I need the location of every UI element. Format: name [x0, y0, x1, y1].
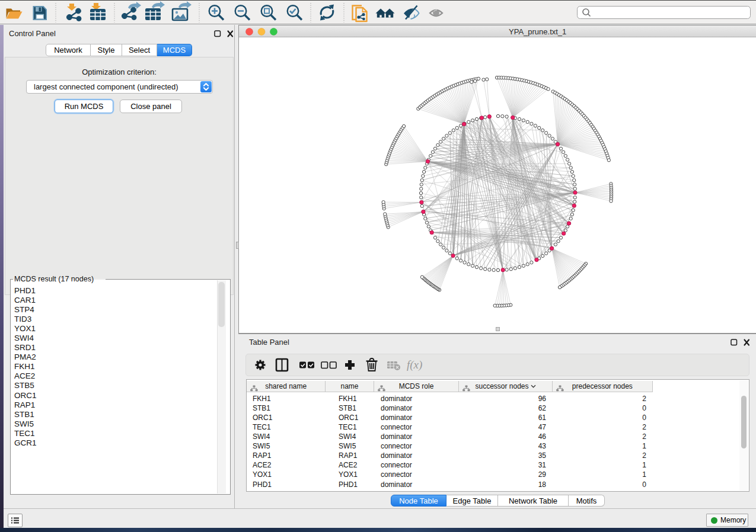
svg-text:f(x): f(x)	[407, 358, 422, 371]
